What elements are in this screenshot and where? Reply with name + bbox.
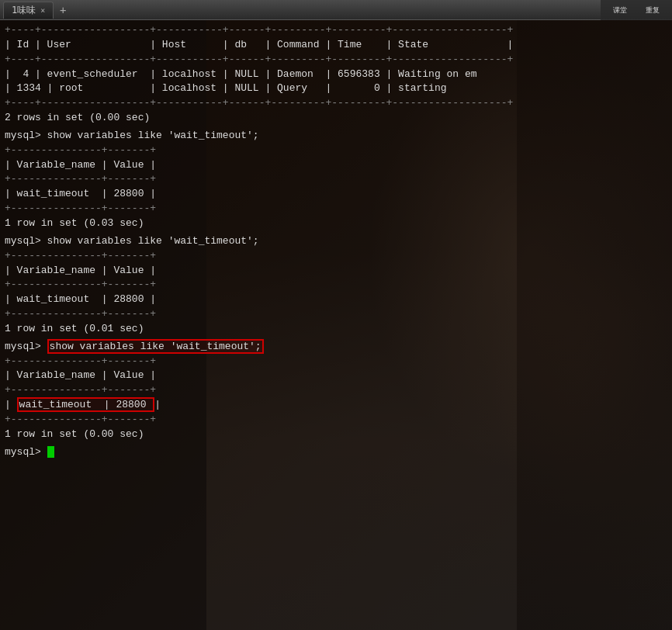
sep-var-1: +---------------+-------+ xyxy=(0,144,672,158)
sep-var-8: +---------------+-------+ xyxy=(0,383,672,398)
side-label-1: 课堂 xyxy=(604,4,636,16)
result-2: 1 row in set (0.03 sec) xyxy=(0,216,672,231)
prompt-line-1: mysql> show variables like 'wait_timeout… xyxy=(0,129,672,144)
final-prompt-line: mysql> xyxy=(0,445,672,460)
highlighted-command: show variables like 'wait_timeout'; xyxy=(47,339,264,354)
terminal-tab[interactable]: 1味味 × xyxy=(3,2,54,19)
sep-var-3: +---------------+-------+ xyxy=(0,202,672,216)
window-controls: 课堂 重复 xyxy=(601,0,672,20)
prompt-line-3-highlighted: mysql> show variables like 'wait_timeout… xyxy=(0,340,672,355)
var-header-2: | Variable_name | Value | xyxy=(0,264,672,279)
terminal-window: 1味味 × + 课堂 重复 +----+------------------+-… xyxy=(0,0,672,630)
title-bar: 1味味 × + 课堂 重复 xyxy=(0,0,672,20)
sep-var-9: +---------------+-------+ xyxy=(0,413,672,428)
wt-row-3-pre: | xyxy=(5,399,17,410)
new-tab-btn[interactable]: + xyxy=(55,2,71,18)
final-prompt-text: mysql> xyxy=(5,446,47,458)
sep-var-7: +---------------+-------+ xyxy=(0,355,672,369)
prompt-line-2: mysql> show variables like 'wait_timeout… xyxy=(0,234,672,249)
side-label-2: 重复 xyxy=(637,4,668,16)
result-3: 1 row in set (0.01 sec) xyxy=(0,322,672,337)
result-1: 2 rows in set (0.00 sec) xyxy=(0,111,672,126)
sep-line-2: +----+------------------+-----------+---… xyxy=(0,53,672,68)
sep-var-4: +---------------+-------+ xyxy=(0,249,672,264)
terminal-cursor xyxy=(47,446,54,458)
highlighted-wt-row: wait_timeout | 28800 xyxy=(17,397,155,412)
tab-label: 1味味 xyxy=(12,4,36,17)
sep-line-3: +----+------------------+-----------+---… xyxy=(0,96,672,111)
sep-var-5: +---------------+-------+ xyxy=(0,278,672,292)
result-4: 1 row in set (0.00 sec) xyxy=(0,428,672,442)
sep-var-6: +---------------+-------+ xyxy=(0,307,672,322)
data-row-2: | 1334 | root | localhost | NULL | Query… xyxy=(0,81,672,96)
tab-close-btn[interactable]: × xyxy=(40,6,45,15)
prompt-prefix-3: mysql> xyxy=(5,341,47,352)
var-header-3: | Variable_name | Value | xyxy=(0,369,672,383)
wt-row-3-highlighted: | wait_timeout | 28800 | xyxy=(0,398,672,413)
wt-row-2: | wait_timeout | 28800 | xyxy=(0,292,672,307)
wt-row-3-post: | xyxy=(154,399,161,410)
var-header-1: | Variable_name | Value | xyxy=(0,158,672,173)
sep-var-2: +---------------+-------+ xyxy=(0,172,672,187)
data-row-1: | 4 | event_scheduler | localhost | NULL… xyxy=(0,68,672,82)
header-row: | Id | User | Host | db | Command | Time… xyxy=(0,38,672,53)
wt-row-1: | wait_timeout | 28800 | xyxy=(0,187,672,202)
sep-line-1: +----+------------------+-----------+---… xyxy=(0,23,672,38)
terminal-content: +----+------------------+-----------+---… xyxy=(0,20,672,630)
